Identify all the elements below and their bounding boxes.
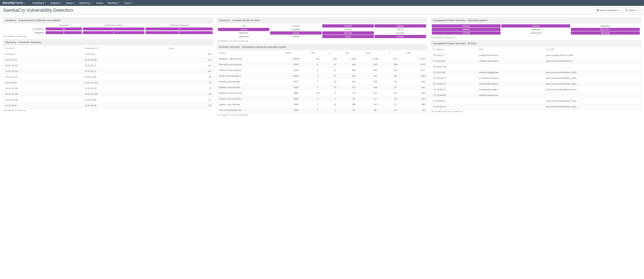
- os-cell[interactable]: Microsoft: [571, 31, 640, 34]
- table-row[interactable]: MacOS X Local Security …4991229439327406…: [217, 90, 427, 96]
- table-row[interactable]: 10.31.15.13110.31.15.1673: [3, 86, 213, 91]
- matrix-row-label: Mitigated: [3, 31, 45, 34]
- panel-title: SambaCry - Outdated Samba by Distro: [217, 18, 427, 23]
- os-cell[interactable]: Mac OS X: [571, 28, 640, 31]
- nav-dashboard[interactable]: Dashboard: [30, 2, 48, 4]
- table-header: Score: [283, 50, 309, 56]
- caret-down-icon: [44, 3, 46, 3]
- nav-users[interactable]: Users: [122, 2, 135, 4]
- panel-title: Executive Summary - Outstanding Patches …: [217, 44, 427, 50]
- os-cell[interactable]: openSUSE: [501, 31, 570, 34]
- distro-cell[interactable]: SuSE: [322, 35, 374, 38]
- distro-cell[interactable]: CentOS: [322, 24, 374, 28]
- table-row[interactable]: 172.26.0.17juniper2350.lab.tenables…cpe:…: [431, 52, 641, 58]
- distro-cell[interactable]: Slackware: [218, 35, 270, 38]
- table-row[interactable]: Windows : Microsoft Bull…153047229260282…: [217, 56, 427, 62]
- options-button[interactable]: Options: [624, 8, 641, 12]
- distro-cell[interactable]: AIX: [218, 24, 270, 28]
- table-row[interactable]: 10.31.15.8110.31.15.10179: [3, 80, 213, 86]
- panel-suspected-confirmed: SambaCry - Suspected and Confirmed Vulne…: [3, 17, 214, 34]
- table-row[interactable]: 172.26.48.72winvistax86.target.tenabl…cp…: [431, 81, 641, 87]
- matrix-badge[interactable]: 53: [46, 28, 82, 30]
- os-cell[interactable]: Ubuntu: [501, 24, 570, 28]
- distro-cell[interactable]: Debian: [374, 24, 426, 28]
- last-updated: Last Updated: Less than a minute ago: [217, 113, 427, 116]
- nav-workflow[interactable]: Workflow: [106, 2, 122, 4]
- os-cell[interactable]: Mandrake: [501, 28, 570, 31]
- caret-down-icon: [118, 3, 120, 3]
- panel-title: Unsupported Product Summary - All OSes: [431, 40, 641, 46]
- distro-cell[interactable]: Red Hat: [322, 31, 374, 34]
- grid-icon: [597, 10, 599, 11]
- os-cell[interactable]: Debian: [432, 28, 501, 31]
- table-header: High: [364, 50, 387, 56]
- table-row[interactable]: 10.31.15.14110.31.15.2957: [3, 97, 213, 103]
- distro-cell[interactable]: Oracle: [270, 31, 322, 34]
- table-row[interactable]: 10.31.15.22610.31.15.22958: [3, 91, 213, 97]
- table-header: Count: [166, 45, 213, 51]
- distro-cell[interactable]: FreeBSD: [270, 28, 322, 31]
- table-row[interactable]: 172.26.48.73winvistax64.target.tenabl…cp…: [431, 87, 641, 92]
- all-os-table: IP AddressDNSOS CPE172.26.0.17juniper235…: [431, 46, 641, 110]
- distro-cell[interactable]: Scientific: [374, 31, 426, 34]
- gear-icon: [626, 9, 628, 11]
- os-cell[interactable]: CentOS: [432, 31, 501, 34]
- panel-unsupported-os: Unsupported Product Summary - Operating …: [430, 17, 641, 36]
- table-row[interactable]: CentOS Local Security C…1100304155446611…: [217, 68, 427, 73]
- nav-scans[interactable]: Scans: [64, 2, 77, 4]
- table-row[interactable]: Debian Local Security Ch…535501927226447…: [217, 84, 427, 90]
- table-row[interactable]: 172.26.0.102win8pro.lab.tenablesecur…cpe…: [431, 58, 641, 64]
- nav-assets[interactable]: Assets: [94, 2, 106, 4]
- distro-cell[interactable]: Fedora: [218, 28, 270, 31]
- nav-reporting[interactable]: Reporting: [77, 2, 94, 4]
- table-row[interactable]: 10.31.15.23210.31.15.71120: [3, 68, 213, 74]
- table-row[interactable]: 172.26.48.88win8pro.target.tenablese…: [431, 92, 641, 98]
- caret-down-icon: [131, 3, 132, 3]
- table-row[interactable]: Ubuntu Local Security Ch…540102216324960…: [217, 79, 427, 84]
- table-row[interactable]: Oracle Linux Local Secur…299107981173826…: [217, 96, 427, 102]
- table-row[interactable]: 172.26.98.33cpe:/o:microsoft:windows_vis…: [431, 104, 641, 110]
- caret-down-icon: [619, 10, 620, 10]
- distro-cell[interactable]: Amazon: [270, 24, 322, 28]
- panel-outdated-samba: SambaCry - Outdated Samba by Distro AIXA…: [217, 17, 427, 39]
- table-header: Me...: [344, 50, 364, 56]
- matrix-row-label: Cumulative: [3, 27, 45, 31]
- nav-analysis[interactable]: Analysis: [48, 2, 64, 4]
- distro-cell[interactable]: Gentoo: [322, 28, 374, 31]
- table-row[interactable]: 10.31.15.2910.31.15.30131: [3, 57, 213, 63]
- table-row[interactable]: Red Hat Local Security C…132970476405371…: [217, 62, 427, 68]
- distro-cell[interactable]: Ubuntu: [374, 35, 426, 38]
- table-row[interactable]: 10.31.15.11110.31.15.4889: [3, 74, 213, 80]
- table-header: IP Address: [431, 46, 477, 52]
- os-cell[interactable]: Fedora: [432, 24, 501, 28]
- brand-logo[interactable]: SecurityCenter™: [2, 1, 25, 5]
- matrix-badge[interactable]: 0: [146, 28, 213, 30]
- table-row[interactable]: Solaris Local Security Ch…25590311961102…: [217, 102, 427, 107]
- table-row[interactable]: SuSE Local Security Che…6884037339231886…: [217, 73, 427, 79]
- table-row[interactable]: AIX Local Security Checks13450128262580: [217, 107, 427, 113]
- switch-dashboard-label: Switch Dashboard: [600, 9, 618, 12]
- distro-cell[interactable]: Solaris: [270, 35, 322, 38]
- distro-cell[interactable]: HP-UX: [374, 28, 426, 31]
- table-row[interactable]: 10.31.15.110.31.15.2193: [3, 51, 213, 57]
- last-updated: Last Updated: Less than a minute ago: [430, 110, 641, 112]
- matrix-badge[interactable]: 0: [46, 31, 82, 34]
- matrix-badge[interactable]: 0: [83, 31, 144, 34]
- table-header: Total: [404, 50, 427, 56]
- os-cell[interactable]: Slackware: [571, 24, 640, 28]
- table-row[interactable]: 172.26.22.105: [431, 64, 641, 70]
- distro-cell[interactable]: Mandriva: [218, 31, 270, 34]
- switch-dashboard-button[interactable]: Switch Dashboard: [595, 8, 622, 12]
- trademark: ™: [24, 3, 25, 4]
- matrix-badge[interactable]: 0: [146, 31, 213, 34]
- table-header: Destination IP: [83, 45, 166, 51]
- caret-down-icon: [90, 3, 92, 3]
- page-title: SambaCry Vulnerability Detection: [3, 8, 73, 13]
- table-row[interactable]: 10.31.15.23110.31.15.71129: [3, 63, 213, 68]
- matrix-badge[interactable]: 5: [83, 28, 144, 30]
- table-row[interactable]: 10.31.15.3110.31.15.2653: [3, 103, 213, 108]
- table-row[interactable]: 172.26.24.171scr-w2k3r2.lab.tenablese…cp…: [431, 75, 641, 81]
- table-row[interactable]: 172.26.98.32cpe:/o:microsoft:windows_vis…: [431, 98, 641, 104]
- caret-down-icon: [638, 10, 639, 10]
- table-row[interactable]: 172.26.24.68tenable-wtpqq9j.lab.tena…cpe…: [431, 70, 641, 75]
